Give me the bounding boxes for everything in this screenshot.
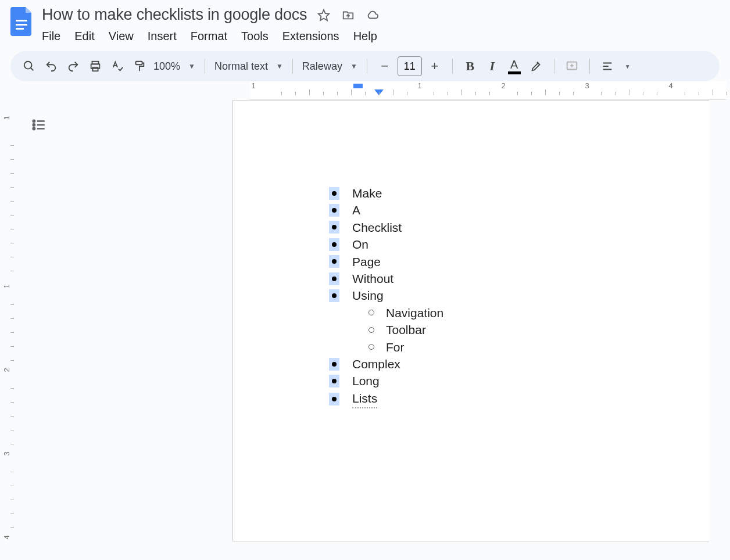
circle-bullet-icon (368, 310, 374, 315)
chevron-down-icon: ▼ (188, 62, 195, 70)
list-item-text[interactable]: Toolbar (386, 321, 426, 338)
star-icon[interactable] (317, 9, 330, 21)
bold-button[interactable]: B (462, 58, 478, 74)
menu-tools[interactable]: Tools (241, 30, 269, 43)
svg-point-20 (33, 128, 35, 130)
menu-bar: File Edit View Insert Format Tools Exten… (42, 30, 379, 43)
svg-line-5 (31, 68, 34, 71)
list-item-text[interactable]: Without (352, 270, 393, 287)
list-item-text[interactable]: Complex (352, 356, 400, 372)
list-item[interactable]: Page (329, 253, 709, 270)
list-item[interactable]: A (329, 202, 709, 218)
toolbar: 100% ▼ Normal text ▼ Raleway ▼ − + B I A (10, 51, 720, 81)
bullet-icon (329, 289, 339, 302)
highlight-color-button[interactable] (528, 58, 545, 74)
list-item-text[interactable]: Checklist (352, 219, 402, 236)
list-subitem[interactable]: For (368, 339, 709, 356)
bullet-icon (329, 238, 339, 251)
svg-marker-3 (319, 9, 329, 20)
bullet-icon (329, 221, 339, 234)
bullet-icon (329, 393, 339, 405)
menu-edit[interactable]: Edit (74, 30, 94, 43)
menu-view[interactable]: View (109, 30, 134, 43)
svg-rect-9 (136, 62, 142, 65)
list-item[interactable]: Using (329, 287, 709, 304)
bullet-icon (329, 272, 339, 285)
list-item-text[interactable]: Long (352, 372, 380, 389)
list-item-text[interactable]: On (352, 236, 368, 253)
font-size-input[interactable] (398, 56, 422, 76)
zoom-dropdown[interactable]: 100% ▼ (153, 60, 195, 73)
print-icon[interactable] (87, 58, 103, 74)
text-color-button[interactable]: A (506, 58, 523, 74)
svg-point-18 (33, 124, 35, 125)
bullet-icon (329, 204, 339, 217)
font-dropdown[interactable]: Raleway ▼ (302, 60, 357, 73)
list-item[interactable]: On (329, 236, 709, 253)
spellcheck-icon[interactable] (109, 58, 126, 74)
document-page[interactable]: MakeAChecklistOnPageWithoutUsingNavigati… (232, 100, 709, 541)
paragraph-style-value: Normal text (214, 60, 268, 73)
move-icon[interactable] (342, 9, 355, 21)
menu-extensions[interactable]: Extensions (282, 30, 339, 43)
bullet-icon (329, 255, 339, 268)
svg-rect-2 (16, 28, 24, 30)
list-item-text[interactable]: Using (352, 287, 384, 304)
bullet-icon (329, 358, 339, 371)
search-icon[interactable] (21, 58, 37, 74)
horizontal-ruler[interactable]: 1 1 2 3 4 (17, 81, 730, 100)
bullet-icon (329, 375, 339, 387)
list-item-text[interactable]: Make (352, 185, 382, 202)
insert-comment-button[interactable] (564, 58, 580, 74)
chevron-down-icon[interactable]: ▼ (625, 63, 631, 70)
ruler-number: 3 (585, 81, 589, 90)
ruler-number: 1 (251, 81, 255, 90)
chevron-down-icon: ▼ (350, 62, 357, 70)
first-line-indent-marker[interactable] (353, 84, 363, 88)
list-item[interactable]: Make (329, 185, 709, 202)
italic-button[interactable]: I (484, 58, 500, 74)
redo-icon[interactable] (65, 58, 81, 74)
svg-rect-1 (16, 24, 27, 26)
menu-help[interactable]: Help (353, 30, 377, 43)
circle-bullet-icon (368, 327, 374, 333)
list-item[interactable]: Checklist (329, 219, 709, 236)
separator (554, 59, 554, 74)
font-size-decrease-button[interactable]: − (377, 58, 393, 74)
list-item-text[interactable]: Navigation (386, 304, 443, 321)
outline-toggle-icon[interactable] (31, 117, 232, 135)
document-list[interactable]: MakeAChecklistOnPageWithoutUsingNavigati… (329, 185, 709, 408)
cloud-status-icon[interactable] (366, 9, 379, 21)
outline-panel (0, 100, 232, 541)
document-title[interactable]: How to make checklists in google docs (42, 6, 307, 24)
menu-file[interactable]: File (42, 30, 60, 43)
header: How to make checklists in google docs Fi… (0, 0, 730, 43)
menu-insert[interactable]: Insert (148, 30, 177, 43)
list-item-text[interactable]: Page (352, 253, 381, 270)
paint-format-icon[interactable] (131, 58, 148, 74)
list-item[interactable]: Long (329, 372, 709, 389)
list-item[interactable]: Without (329, 270, 709, 287)
list-item[interactable]: Lists (329, 390, 709, 408)
bullet-icon (329, 187, 339, 200)
separator (367, 59, 367, 74)
undo-icon[interactable] (43, 58, 59, 74)
font-size-increase-button[interactable]: + (427, 58, 443, 74)
ruler-number: 4 (668, 81, 672, 90)
docs-logo-icon[interactable] (10, 7, 34, 36)
list-subitem[interactable]: Toolbar (368, 321, 709, 338)
list-item[interactable]: Complex (329, 356, 709, 372)
list-subitem[interactable]: Navigation (368, 304, 709, 321)
separator (452, 59, 453, 74)
paragraph-style-dropdown[interactable]: Normal text ▼ (214, 60, 283, 73)
menu-format[interactable]: Format (191, 30, 227, 43)
svg-point-16 (33, 120, 35, 122)
zoom-value: 100% (153, 60, 180, 73)
list-item-text[interactable]: Lists (352, 390, 377, 408)
ruler-number: 2 (501, 81, 505, 90)
svg-rect-0 (16, 20, 27, 21)
list-item-text[interactable]: A (352, 202, 360, 218)
separator (205, 59, 205, 74)
align-button[interactable] (599, 58, 616, 74)
list-item-text[interactable]: For (386, 339, 405, 356)
